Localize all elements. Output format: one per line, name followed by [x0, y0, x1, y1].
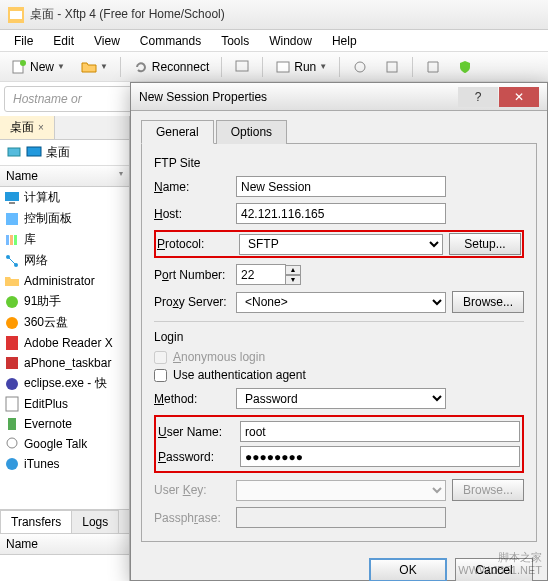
port-input[interactable] [236, 264, 286, 285]
new-icon [11, 59, 27, 75]
separator [221, 57, 222, 77]
protocol-select[interactable]: SFTP [239, 234, 443, 255]
shield-icon [457, 59, 473, 75]
passphrase-input [236, 507, 446, 528]
help-button[interactable]: ? [458, 87, 498, 107]
method-select[interactable]: Password [236, 388, 446, 409]
port-label: Port Number: [154, 268, 236, 282]
tab-transfers[interactable]: Transfers [0, 510, 72, 533]
name-input[interactable] [236, 176, 446, 197]
password-input[interactable] [240, 446, 520, 467]
tab-options[interactable]: Options [216, 120, 287, 144]
menu-view[interactable]: View [84, 32, 130, 50]
browse-proxy-button[interactable]: Browse... [452, 291, 524, 313]
auth-agent-label: Use authentication agent [173, 368, 306, 382]
svg-point-24 [6, 458, 18, 470]
bottom-tabs: Transfers Logs [0, 509, 129, 533]
separator [120, 57, 121, 77]
menu-tools[interactable]: Tools [211, 32, 259, 50]
toolbar-reconnect[interactable]: Reconnect [126, 55, 216, 79]
app-icon [4, 294, 20, 310]
list-item[interactable]: eclipse.exe - 快 [0, 373, 129, 394]
svg-rect-11 [6, 213, 18, 225]
toolbar: New ▼ ▼ Reconnect Run ▼ [0, 52, 548, 82]
list-item[interactable]: 控制面板 [0, 208, 129, 229]
reconnect-icon [133, 59, 149, 75]
ok-button[interactable]: OK [369, 558, 447, 581]
separator [154, 321, 524, 322]
eclipse-icon [4, 376, 20, 392]
toolbar-btn1[interactable] [227, 55, 257, 79]
toolbar-btn2[interactable] [345, 55, 375, 79]
run-icon [275, 59, 291, 75]
userkey-select [236, 480, 446, 501]
monitor-icon [26, 145, 42, 161]
list-item[interactable]: Google Talk [0, 434, 129, 454]
protocol-label: Protocol: [157, 237, 239, 251]
path-row[interactable]: 桌面 [0, 140, 129, 166]
dialog-titlebar: New Session Properties ? ✕ [131, 83, 547, 111]
svg-point-21 [6, 378, 18, 390]
anonymous-label: Anonymous login [173, 350, 265, 364]
library-icon [4, 232, 20, 248]
menu-commands[interactable]: Commands [130, 32, 211, 50]
list-item[interactable]: 计算机 [0, 187, 129, 208]
svg-point-23 [7, 438, 17, 448]
column-header-name[interactable]: Name [0, 534, 129, 555]
spin-down[interactable]: ▼ [285, 275, 301, 285]
spin-up[interactable]: ▲ [285, 265, 301, 275]
close-icon[interactable]: × [38, 122, 44, 133]
list-item[interactable]: EditPlus [0, 394, 129, 414]
svg-rect-14 [14, 235, 17, 245]
watermark: 脚本之家 WWW.JB51.NET [458, 551, 542, 577]
menu-file[interactable]: File [4, 32, 43, 50]
left-panel: 桌面 × 桌面 Name ▾ 计算机 控制面板 库 网络 Administrat… [0, 116, 130, 581]
toolbar-btn5[interactable] [450, 55, 480, 79]
port-spinner[interactable]: ▲▼ [285, 265, 301, 285]
column-header-name[interactable]: Name ▾ [0, 166, 129, 187]
toolbar-btn4[interactable] [418, 55, 448, 79]
auth-agent-checkbox[interactable] [154, 369, 167, 382]
toolbar-run[interactable]: Run ▼ [268, 55, 334, 79]
list-item[interactable]: 网络 [0, 250, 129, 271]
list-item[interactable]: 库 [0, 229, 129, 250]
username-input[interactable] [240, 421, 520, 442]
list-item[interactable]: Evernote [0, 414, 129, 434]
host-input[interactable] [236, 203, 446, 224]
panel-tab[interactable]: 桌面 × [0, 116, 55, 139]
svg-rect-20 [6, 357, 18, 369]
control-panel-icon [4, 211, 20, 227]
list-item[interactable]: iTunes [0, 454, 129, 474]
toolbar-btn3[interactable] [377, 55, 407, 79]
toolbar-open[interactable]: ▼ [74, 55, 115, 79]
host-label: Host: [154, 207, 236, 221]
address-placeholder: Hostname or [13, 92, 82, 106]
proxy-select[interactable]: <None> [236, 292, 446, 313]
setup-button[interactable]: Setup... [449, 233, 521, 255]
folder-icon [81, 59, 97, 75]
browse-key-button: Browse... [452, 479, 524, 501]
titlebar: 桌面 - Xftp 4 (Free for Home/School) [0, 0, 548, 30]
svg-point-5 [355, 62, 365, 72]
list-item[interactable]: 91助手 [0, 291, 129, 312]
network-icon [4, 253, 20, 269]
chevron-down-icon: ▾ [119, 169, 123, 183]
list-item[interactable]: aPhone_taskbar [0, 353, 129, 373]
proxy-label: Proxy Server: [154, 295, 236, 309]
toolbar-new[interactable]: New ▼ [4, 55, 72, 79]
file-list: 计算机 控制面板 库 网络 Administrator 91助手 360云盘 A… [0, 187, 129, 509]
list-item[interactable]: Administrator [0, 271, 129, 291]
tool-icon [384, 59, 400, 75]
tab-logs[interactable]: Logs [71, 510, 119, 533]
name-label: Name: [154, 180, 236, 194]
svg-point-17 [6, 296, 18, 308]
chevron-down-icon: ▼ [319, 62, 327, 71]
list-item[interactable]: Adobe Reader X [0, 333, 129, 353]
menu-edit[interactable]: Edit [43, 32, 84, 50]
menu-window[interactable]: Window [259, 32, 322, 50]
list-item[interactable]: 360云盘 [0, 312, 129, 333]
close-button[interactable]: ✕ [499, 87, 539, 107]
svg-rect-13 [10, 235, 13, 245]
tab-general[interactable]: General [141, 120, 214, 144]
menu-help[interactable]: Help [322, 32, 367, 50]
